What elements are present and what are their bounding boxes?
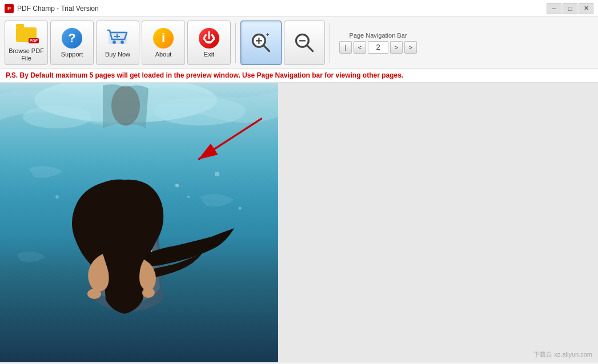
toolbar-separator-2	[330, 23, 330, 63]
svg-text:+: +	[266, 32, 269, 38]
window-title: PDF Champ - Trial Version	[17, 5, 99, 13]
browse-icon: PDF	[15, 23, 38, 46]
svg-point-34	[187, 196, 190, 198]
info-message: P.S. By Default maximum 5 pages will get…	[6, 71, 403, 79]
page-nav-label: Page Navigation Bar	[350, 32, 407, 39]
page-nav-controls: | < 2 > >	[339, 41, 417, 54]
page-number-display: 2	[368, 41, 388, 54]
support-icon: ?	[61, 27, 83, 50]
browse-label: Browse PDF File	[7, 47, 45, 61]
next-page-button[interactable]: >	[390, 41, 403, 54]
app-icon: P	[5, 4, 14, 13]
watermark-text: 下载自 xz.aliyun.com	[533, 351, 592, 358]
title-bar: P PDF Champ - Trial Version ─ □ ✕	[0, 0, 598, 17]
title-bar-left: P PDF Champ - Trial Version	[5, 4, 99, 13]
cart-icon	[106, 27, 129, 50]
pdf-page	[0, 83, 278, 362]
exit-button[interactable]: ⏻ Exit	[187, 21, 231, 65]
buynow-button[interactable]: Buy Now	[96, 21, 139, 65]
page-navigation: Page Navigation Bar | < 2 > >	[339, 32, 417, 54]
exit-icon: ⏻	[198, 27, 220, 50]
close-button[interactable]: ✕	[579, 3, 593, 14]
maximize-button[interactable]: □	[563, 3, 577, 14]
toolbar-separator	[235, 23, 236, 63]
main-content: 下载自 xz.aliyun.com	[0, 83, 598, 362]
title-bar-controls: ─ □ ✕	[547, 3, 593, 14]
svg-point-37	[239, 207, 242, 210]
svg-point-35	[215, 172, 219, 176]
svg-point-36	[55, 195, 59, 199]
buynow-label: Buy Now	[105, 51, 130, 58]
svg-point-17	[111, 86, 140, 126]
zoom-in-icon: +	[250, 31, 272, 54]
watermark: 下载自 xz.aliyun.com	[533, 350, 592, 359]
about-icon: i	[152, 27, 175, 50]
first-page-button[interactable]: |	[339, 41, 352, 54]
minimize-button[interactable]: ─	[547, 3, 561, 14]
svg-point-33	[175, 184, 179, 187]
browse-pdf-button[interactable]: PDF Browse PDF File	[5, 21, 48, 65]
support-button[interactable]: ? Support	[50, 21, 94, 65]
svg-line-12	[307, 45, 313, 51]
exit-label: Exit	[204, 51, 214, 58]
last-page-button[interactable]: >	[404, 41, 417, 54]
underwater-svg	[0, 83, 278, 362]
zoom-out-button[interactable]	[284, 21, 325, 65]
page-image	[0, 83, 278, 362]
zoom-out-icon	[293, 31, 316, 54]
svg-point-2	[121, 41, 124, 44]
svg-rect-4	[114, 36, 120, 37]
zoom-in-button[interactable]: +	[240, 21, 282, 65]
info-bar: P.S. By Default maximum 5 pages will get…	[0, 68, 598, 83]
support-label: Support	[61, 51, 83, 58]
pdf-preview	[0, 83, 278, 362]
about-label: About	[155, 51, 172, 58]
about-button[interactable]: i About	[142, 21, 185, 65]
svg-line-8	[264, 45, 270, 51]
svg-point-1	[113, 41, 116, 44]
svg-point-31	[87, 289, 101, 299]
right-panel	[278, 83, 598, 362]
svg-point-32	[142, 288, 155, 298]
toolbar: PDF Browse PDF File ? Support Buy Now	[0, 17, 598, 68]
prev-page-button[interactable]: <	[354, 41, 366, 54]
